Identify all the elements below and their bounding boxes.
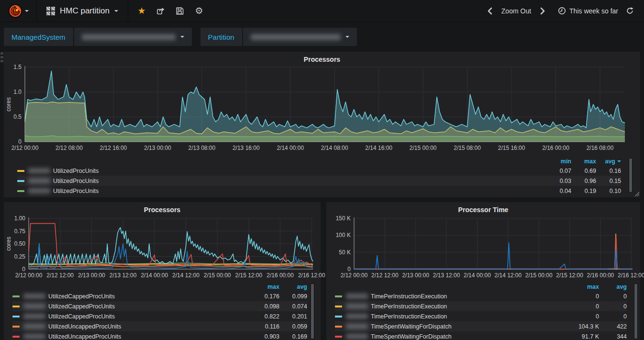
series-color-dash[interactable] [17,190,24,192]
dashboard-title-dropdown[interactable]: HMC partition [37,0,128,22]
legend-sort-min[interactable]: min [546,158,571,165]
refresh-button[interactable] [623,4,636,18]
series-color-dash[interactable] [17,170,24,172]
share-button[interactable] [154,4,167,18]
chevron-right-icon [540,7,545,15]
panel-title[interactable]: Processor Time [326,206,640,214]
legend-header: minmaxavg [17,157,621,166]
star-button[interactable]: ★ [135,4,148,18]
svg-text:2/16 00:00: 2/16 00:00 [542,145,569,151]
legend-value: 0 [565,303,599,310]
svg-text:2/12 00:00: 2/12 00:00 [15,272,43,279]
time-back-button[interactable] [483,4,497,18]
save-button[interactable] [173,4,187,18]
refresh-icon [626,7,634,15]
legend-value: 0.07 [546,168,571,174]
series-metric-label[interactable]: UtilizedUncappedProcUnits [48,333,121,340]
series-color-dash[interactable] [17,180,24,182]
legend-sort-max[interactable]: max [565,283,599,290]
legend-row[interactable]: TimePerInstructionExecution00 [335,301,627,311]
template-variables: ManagedSystem Partition [4,28,357,46]
managedsystem-dropdown[interactable] [74,28,192,46]
legend-header: maxavg [335,283,627,291]
svg-text:cores: cores [5,237,12,250]
legend-sort-max[interactable]: max [245,283,279,290]
legend-row[interactable]: TimePerInstructionExecution00 [335,311,627,321]
redacted-hostname [23,304,45,309]
processors-small-chart[interactable]: 00.250.500.751.002/12 00:002/12 12:002/1… [5,214,318,285]
series-color-dash[interactable] [12,295,20,297]
series-metric-label[interactable]: UtilizedCappedProcUnits [48,313,115,320]
series-color-dash[interactable] [12,316,20,317]
redacted-hostname [28,168,50,173]
svg-text:2/13 12:00: 2/13 12:00 [433,272,460,279]
panel-title[interactable]: Processors [4,206,321,214]
time-range-picker[interactable]: This week so far [558,7,618,15]
series-metric-label[interactable]: UtilizedProcUnits [53,168,99,174]
legend-sort-max[interactable]: max [571,158,596,165]
series-color-dash[interactable] [12,336,20,338]
svg-text:2/14 00:00: 2/14 00:00 [277,145,304,151]
legend-row[interactable]: UtilizedUncappedProcUnits0.1160.059 [12,321,307,331]
series-color-dash[interactable] [335,316,342,317]
series-metric-label[interactable]: UtilizedUncappedProcUnits [48,323,121,330]
svg-text:0.50: 0.50 [14,240,26,247]
star-icon: ★ [137,6,145,15]
svg-text:2/13 16:00: 2/13 16:00 [233,145,260,151]
legend-row[interactable]: UtilizedProcUnits0.070.690.16 [17,166,621,176]
legend-sort-avg[interactable]: avg [279,283,307,290]
svg-text:1.0: 1.0 [13,89,22,95]
legend-row[interactable]: UtilizedUncappedProcUnits0.9030.169 [12,331,307,340]
svg-text:2/14 16:00: 2/14 16:00 [365,145,392,151]
legend-sort-avg[interactable]: avg [599,283,627,290]
settings-button[interactable]: ⚙ [192,4,206,18]
series-metric-label[interactable]: UtilizedProcUnits [53,178,99,184]
series-metric-label[interactable]: UtilizedProcUnits [53,188,99,194]
legend-value: 104.3 K [565,323,599,330]
series-metric-label[interactable]: UtilizedCappedProcUnits [48,293,115,300]
dashboard-title: HMC partition [60,6,110,16]
legend-scrollbar[interactable] [629,158,633,193]
panel-title[interactable]: Processors [4,56,640,63]
series-metric-label[interactable]: TimeSpentWaitingForDispatch [371,323,452,330]
series-color-dash[interactable] [12,326,20,328]
legend-row[interactable]: UtilizedCappedProcUnits0.0980.074 [12,301,307,311]
series-color-dash[interactable] [335,306,342,307]
series-metric-label[interactable]: TimePerInstructionExecution [371,303,447,310]
time-forward-button[interactable] [536,4,549,18]
series-color-dash[interactable] [335,326,342,328]
processors-main-chart[interactable]: 00.51.01.52/12 00:002/12 08:002/12 16:00… [5,63,637,159]
series-metric-label[interactable]: TimePerInstructionExecution [371,293,447,300]
series-metric-label[interactable]: UtilizedCappedProcUnits [48,303,115,310]
legend-value: 344 [599,333,627,340]
legend-row[interactable]: TimeSpentWaitingForDispatch104.3 K422 [335,321,627,331]
zoom-out-button[interactable]: Zoom Out [501,7,531,15]
legend-scrollbar[interactable] [311,283,314,339]
processor-time-chart[interactable]: 050 K100 K150 K2/12 00:002/12 12:002/13 … [327,214,637,285]
legend: maxavgTimePerInstructionExecution00TimeP… [326,283,640,340]
series-color-dash[interactable] [335,295,342,297]
legend-row[interactable]: TimeSpentWaitingForDispatch91.7 K344 [335,331,627,340]
legend-value: 0 [565,313,599,320]
grafana-logo-menu[interactable] [0,0,36,22]
chevron-down-icon [114,10,118,12]
svg-text:2/12 16:00: 2/12 16:00 [100,145,127,151]
series-metric-label[interactable]: TimePerInstructionExecution [371,313,447,320]
svg-text:2/12 08:00: 2/12 08:00 [56,145,83,151]
legend-row[interactable]: UtilizedCappedProcUnits0.8220.201 [12,311,307,321]
legend-row[interactable]: UtilizedProcUnits0.030.960.15 [17,176,621,186]
legend-row[interactable]: UtilizedCappedProcUnits0.1760.099 [12,291,307,301]
legend-sort-avg[interactable]: avg [596,158,621,165]
series-color-dash[interactable] [335,336,342,338]
legend-row[interactable]: TimePerInstructionExecution00 [335,291,627,301]
legend-scrollbar[interactable] [634,283,638,339]
series-metric-label[interactable]: TimeSpentWaitingForDispatch [371,333,452,340]
partition-dropdown[interactable] [243,28,357,46]
svg-text:2/16 08:00: 2/16 08:00 [587,145,614,151]
time-range-label: This week so far [569,7,618,15]
series-color-dash[interactable] [12,306,20,307]
side-menu-toggle[interactable] [0,52,3,62]
legend-row[interactable]: UtilizedProcUnits0.040.190.10 [17,186,621,196]
svg-text:2/15 16:00: 2/15 16:00 [498,145,525,151]
legend-value: 422 [599,323,627,330]
